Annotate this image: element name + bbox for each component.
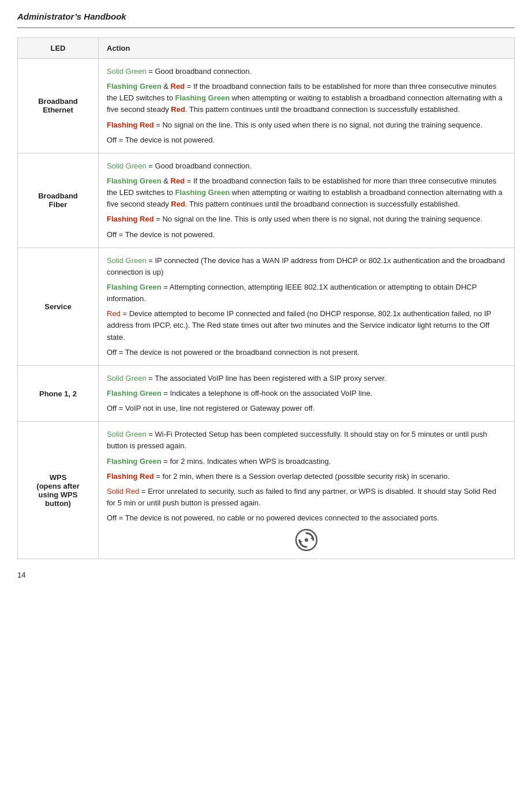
col-header-action: Action bbox=[99, 38, 515, 59]
table-row: BroadbandFiberSolid Green = Good broadba… bbox=[18, 153, 515, 248]
led-table: LED Action BroadbandEthernetSolid Green … bbox=[17, 38, 515, 559]
page-title: Administrator’s Handbook bbox=[17, 12, 515, 21]
table-row: BroadbandEthernetSolid Green = Good broa… bbox=[18, 59, 515, 153]
action-cell: Solid Green = Wi-Fi Protected Setup has … bbox=[99, 422, 515, 559]
header-divider bbox=[17, 27, 515, 28]
action-cell: Solid Green = IP connected (The device h… bbox=[99, 248, 515, 365]
col-header-led: LED bbox=[18, 38, 99, 59]
table-row: WPS(opens afterusing WPSbutton)Solid Gre… bbox=[18, 422, 515, 559]
table-row: ServiceSolid Green = IP connected (The d… bbox=[18, 248, 515, 365]
table-row: Phone 1, 2Solid Green = The associated V… bbox=[18, 365, 515, 421]
svg-point-3 bbox=[305, 538, 308, 542]
page-number: 14 bbox=[17, 571, 515, 579]
wps-icon bbox=[295, 528, 318, 552]
led-cell: Service bbox=[18, 248, 99, 365]
action-cell: Solid Green = The associated VoIP line h… bbox=[99, 365, 515, 421]
led-cell: WPS(opens afterusing WPSbutton) bbox=[18, 422, 99, 559]
led-cell: BroadbandFiber bbox=[18, 153, 99, 248]
led-cell: BroadbandEthernet bbox=[18, 59, 99, 153]
action-cell: Solid Green = Good broadband connection.… bbox=[99, 153, 515, 248]
action-cell: Solid Green = Good broadband connection.… bbox=[99, 59, 515, 153]
led-cell: Phone 1, 2 bbox=[18, 365, 99, 421]
